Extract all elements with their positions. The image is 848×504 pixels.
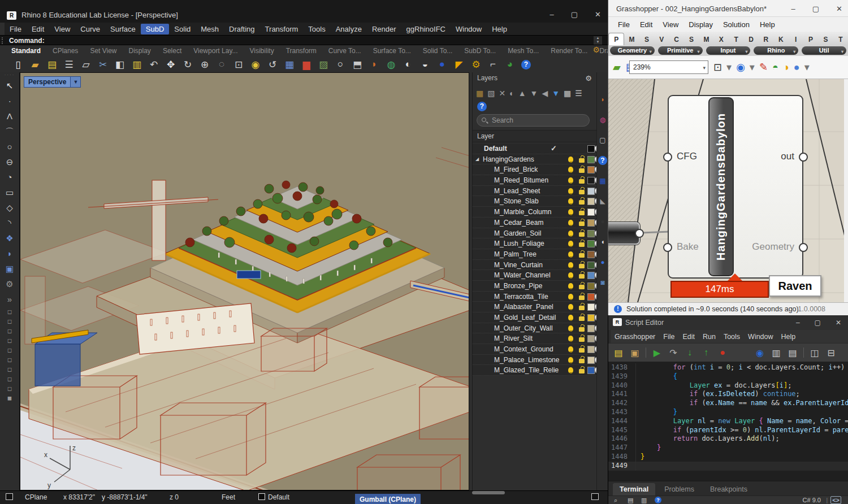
layer-row-m-bronze-pipe[interactable]: M_Bronze_Pipe (473, 281, 596, 292)
viewport-tab-dropdown-icon[interactable]: ▼ (71, 76, 81, 88)
zoom-dynamic-icon[interactable]: ◌ (216, 59, 227, 70)
se-menu-edit[interactable]: Edit (678, 332, 699, 342)
zoom-level-combo[interactable]: 239% ▾ (629, 60, 708, 74)
status-cplane[interactable]: CPlane (25, 493, 47, 501)
search-icon[interactable]: ⌕ (614, 497, 617, 504)
doc-icon[interactable]: ▤ (787, 347, 798, 358)
save-icon[interactable]: ▤ (613, 347, 624, 358)
layer-color-swatch[interactable] (587, 367, 595, 374)
run-play-icon[interactable]: ▶ (651, 347, 663, 358)
help-icon[interactable]: ? (655, 497, 661, 503)
gh-menu-view[interactable]: View (657, 19, 683, 30)
point-icon[interactable]: ∙ (2, 93, 17, 108)
monitor-panel-icon[interactable]: ▢ (598, 136, 607, 145)
menu-solid[interactable]: Solid (169, 24, 196, 34)
earth-icon[interactable]: ◕ (504, 59, 516, 70)
toolbar-tab-standard[interactable]: Standard (11, 47, 41, 55)
layers-column-header[interactable]: Layer (477, 132, 494, 140)
toolbar-tab-visibility[interactable]: Visibility (250, 47, 274, 55)
new-layer-icon[interactable]: ▦ (476, 89, 483, 98)
layer-lock-icon[interactable] (579, 190, 585, 194)
sidebar-toggle-icon-7[interactable]: ◻ (5, 364, 15, 374)
layer-row-m-vine-curtain[interactable]: M_Vine_Curtain (473, 260, 596, 271)
menu-view[interactable]: View (49, 24, 75, 34)
layer-name[interactable]: M_Cedar_Beam (494, 219, 566, 227)
gh-tab-s-2[interactable]: S (639, 33, 654, 45)
code-line-1447[interactable]: 1447 } (608, 444, 848, 453)
rectangle-icon[interactable]: ▭ (2, 185, 17, 200)
new-sublayer-icon[interactable]: ▧ (487, 89, 495, 98)
layer-visibility-bulb-icon[interactable] (568, 262, 573, 268)
menu-transform[interactable]: Transform (260, 24, 304, 34)
sketch-pen-icon[interactable]: ✎ (759, 61, 768, 73)
layer-visibility-bulb-icon[interactable] (568, 272, 573, 278)
gh-menu-edit[interactable]: Edit (635, 19, 657, 30)
grid-columns-icon[interactable]: ▦ (564, 89, 571, 98)
toolbar-tab-curve-to[interactable]: Curve To... (328, 47, 361, 55)
layer-lock-icon[interactable] (579, 158, 585, 163)
viewport-layout-icon[interactable]: ▦ (284, 59, 295, 71)
layer-row-m-water-channel[interactable]: M_Water_Channel (473, 270, 596, 281)
layer-visibility-bulb-icon[interactable] (568, 231, 573, 236)
surface-patch-icon[interactable]: ❖ (2, 231, 17, 246)
layer-name[interactable]: M_Reed_Bitumen (494, 176, 566, 184)
gh-component-name-capsule[interactable]: HangingGardensBabylon (708, 97, 734, 276)
toolbar-tab-set-view[interactable]: Set View (90, 47, 116, 55)
display-panel-icon[interactable]: ◍ (598, 115, 607, 124)
move-up-icon[interactable]: ▲ (518, 89, 526, 98)
gh-tab-p-13[interactable]: P (803, 33, 818, 45)
layer-visibility-bulb-icon[interactable] (568, 336, 573, 341)
toolbar-tab-surface-to[interactable]: Surface To... (373, 47, 411, 55)
layer-visibility-bulb-icon[interactable] (568, 157, 573, 162)
layer-name[interactable]: M_Bronze_Pipe (494, 282, 566, 290)
grasshopper-title-bar[interactable]: Grasshopper - 002_HangingGardensBabylon*… (608, 0, 848, 17)
layers-help-icon[interactable]: ? (477, 102, 487, 111)
new-file-icon[interactable]: ▯ (12, 59, 24, 71)
toolbar-tab-select[interactable]: Select (163, 47, 181, 55)
code-line-1441[interactable]: 1441 if (ex.IsDeleted) continue; (608, 390, 848, 399)
layer-name[interactable]: M_Alabaster_Panel (494, 303, 566, 311)
gh-tab-t-15[interactable]: T (833, 33, 848, 45)
layer-name[interactable]: M_Lead_Sheet (494, 187, 566, 195)
gh-tab-s-14[interactable]: S (818, 33, 833, 45)
layer-row-hanginggardens[interactable]: ◢HangingGardens (473, 154, 596, 165)
gh-tab-i-12[interactable]: I (789, 33, 803, 45)
code-line-1439[interactable]: 1439 { (608, 372, 848, 381)
layer-name[interactable]: M_Outer_City_Wall (494, 324, 566, 332)
undo-view-icon[interactable]: ↺ (267, 59, 278, 71)
gears-icon[interactable]: ⚙ (470, 59, 482, 71)
menu-tools[interactable]: Tools (303, 24, 330, 34)
layer-row-m-outer-city-wall[interactable]: M_Outer_City_Wall (473, 323, 596, 334)
layers-hscrollbar[interactable] (472, 491, 505, 494)
gh-output-port[interactable] (635, 229, 644, 238)
code-line-1449[interactable]: 1449 (608, 462, 848, 471)
layer-lock-icon[interactable] (579, 274, 585, 279)
gh-menu-display[interactable]: Display (683, 19, 718, 30)
sidebar-toggle-icon-5[interactable]: ◻ (5, 345, 15, 355)
gh-tab-c-4[interactable]: C (669, 33, 684, 45)
panel-gear-icon[interactable]: ⚙ (585, 74, 592, 82)
gh-component-hanging-gardens-babylon[interactable]: CFG Bake out Geometry HangingGardensBaby… (668, 95, 803, 279)
status-filter-icon[interactable] (591, 493, 599, 500)
layer-lock-icon[interactable] (579, 253, 585, 258)
polyline-icon[interactable]: Λ (2, 108, 17, 124)
layer-row-m-glazed-tile-relie[interactable]: M_Glazed_Tile_Relie (473, 365, 596, 376)
layer-row-m-palace-limestone[interactable]: M_Palace_Limestone (473, 355, 596, 366)
lamp-icon[interactable]: ○ (335, 59, 346, 70)
arc-icon[interactable]: ◔ (2, 170, 17, 185)
layer-lock-icon[interactable] (579, 316, 585, 321)
stop-icon[interactable]: ● (717, 347, 728, 358)
menu-window[interactable]: Window (451, 24, 487, 34)
layer-row-m-marble-column[interactable]: M_Marble_Column (473, 207, 596, 218)
gh-tab-d-9[interactable]: D (743, 33, 758, 45)
layer-row-m-stone-slab[interactable]: M_Stone_Slab (473, 196, 596, 207)
toolbar-tab-display[interactable]: Display (129, 47, 151, 55)
code-line-1444[interactable]: 1444 Layer nl = new Layer { Name = name,… (608, 417, 848, 426)
menu-curve[interactable]: Curve (75, 24, 105, 34)
layer-visibility-bulb-icon[interactable] (568, 167, 573, 172)
panel-menu-icon[interactable]: ☰ (575, 89, 582, 98)
layer-color-swatch[interactable] (587, 198, 595, 205)
zoom-window-icon[interactable]: ⊡ (233, 59, 244, 71)
se-menu-file[interactable]: File (659, 332, 678, 342)
layer-name[interactable]: M_Glazed_Tile_Relie (494, 366, 566, 374)
